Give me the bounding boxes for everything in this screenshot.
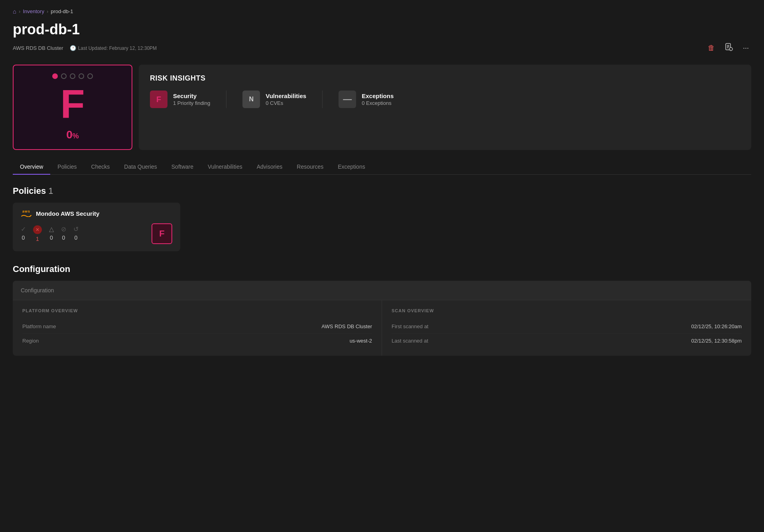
- risk-sub-security: 1 Priority finding: [173, 100, 210, 106]
- fail-count: 1: [36, 236, 39, 242]
- svg-rect-3: [727, 47, 729, 48]
- policies-section-title: Policies 1: [13, 186, 751, 196]
- svg-rect-2: [727, 46, 729, 47]
- pass-icon: ✓: [21, 225, 26, 233]
- policy-header: aws Mondoo AWS Security: [21, 210, 172, 217]
- last-updated-text: Last Updated: February 12, 12:30PM: [78, 45, 157, 51]
- policy-card: aws Mondoo AWS Security ✓ 0 ✕ 1: [13, 203, 180, 251]
- scan-overview-title: SCAN OVERVIEW: [392, 308, 742, 313]
- tabs: Overview Policies Checks Data Queries So…: [13, 160, 751, 175]
- config-card-header: Configuration: [13, 281, 751, 300]
- config-row-first-scan: First scanned at 02/12/25, 10:26:20am: [392, 319, 742, 334]
- dot-1: [52, 73, 58, 79]
- svg-rect-1: [727, 45, 729, 46]
- stat-skip: ⊘ 0: [61, 225, 66, 242]
- score-dots: [52, 73, 93, 79]
- stat-fail: ✕ 1: [33, 225, 42, 242]
- tab-exceptions[interactable]: Exceptions: [331, 160, 372, 175]
- meta-actions: 🗑 ↑ ···: [705, 41, 751, 55]
- risk-sub-exceptions: 0 Exceptions: [362, 100, 394, 106]
- risk-badge-vulnerabilities: N: [242, 91, 260, 108]
- home-icon[interactable]: ⌂: [13, 8, 16, 15]
- policy-grade: F: [152, 223, 172, 244]
- first-scanned-key: First scanned at: [392, 323, 429, 329]
- stat-warn: △ 0: [49, 225, 54, 242]
- aws-logo: aws: [21, 210, 32, 217]
- page-title: prod-db-1: [13, 21, 751, 38]
- fail-icon: ✕: [33, 225, 42, 234]
- score-percent: 0%: [66, 128, 79, 141]
- risk-divider-2: [322, 91, 323, 108]
- config-row-region: Region us-west-2: [22, 334, 372, 348]
- last-updated: 🕐 Last Updated: February 12, 12:30PM: [70, 45, 157, 51]
- stat-pass: ✓ 0: [21, 225, 26, 242]
- scan-overview-col: SCAN OVERVIEW First scanned at 02/12/25,…: [382, 300, 751, 356]
- platform-overview-col: PLATFORM OVERVIEW Platform name AWS RDS …: [13, 300, 382, 356]
- dot-5: [87, 73, 93, 79]
- warn-count: 0: [50, 234, 53, 241]
- report-button[interactable]: ↑: [722, 41, 736, 55]
- risk-label-security: Security: [173, 93, 210, 99]
- risk-label-vulnerabilities: Vulnerabilities: [266, 93, 306, 99]
- svg-text:↑: ↑: [730, 48, 731, 51]
- policy-name: Mondoo AWS Security: [36, 210, 99, 217]
- delete-button[interactable]: 🗑: [705, 42, 717, 54]
- risk-info-vulnerabilities: Vulnerabilities 0 CVEs: [266, 93, 306, 106]
- config-row-platform-name: Platform name AWS RDS DB Cluster: [22, 319, 372, 334]
- tab-overview[interactable]: Overview: [13, 160, 50, 175]
- asset-type: AWS RDS DB Cluster: [13, 45, 63, 51]
- configuration-section-title: Configuration: [13, 264, 751, 274]
- breadcrumb-current: prod-db-1: [51, 8, 73, 14]
- score-card: F 0%: [13, 65, 132, 150]
- configuration-section: Configuration Configuration PLATFORM OVE…: [13, 264, 751, 356]
- tab-data-queries[interactable]: Data Queries: [117, 160, 164, 175]
- risk-info-exceptions: Exceptions 0 Exceptions: [362, 93, 394, 106]
- policy-stats: ✓ 0 ✕ 1 △ 0 ⊘ 0: [21, 225, 79, 242]
- more-button[interactable]: ···: [740, 42, 751, 54]
- platform-overview-title: PLATFORM OVERVIEW: [22, 308, 372, 313]
- risk-item-vulnerabilities: N Vulnerabilities 0 CVEs: [242, 91, 306, 108]
- config-grid: PLATFORM OVERVIEW Platform name AWS RDS …: [13, 300, 751, 356]
- score-letter: F: [60, 84, 85, 124]
- breadcrumb-inventory-link[interactable]: Inventory: [23, 8, 44, 14]
- tab-checks[interactable]: Checks: [84, 160, 117, 175]
- last-scanned-val: 02/12/25, 12:30:58pm: [691, 338, 742, 344]
- timer-icon: ↺: [73, 225, 79, 233]
- skip-icon: ⊘: [61, 225, 66, 233]
- risk-divider-1: [226, 91, 226, 108]
- tab-vulnerabilities[interactable]: Vulnerabilities: [201, 160, 250, 175]
- risk-label-exceptions: Exceptions: [362, 93, 394, 99]
- risk-card: RISK INSIGHTS F Security 1 Priority find…: [139, 65, 751, 150]
- risk-item-security: F Security 1 Priority finding: [150, 91, 210, 108]
- dot-4: [79, 73, 84, 79]
- configuration-card: Configuration PLATFORM OVERVIEW Platform…: [13, 281, 751, 356]
- risk-insights-title: RISK INSIGHTS: [150, 74, 740, 83]
- tab-policies[interactable]: Policies: [50, 160, 84, 175]
- aws-text: aws: [22, 210, 30, 213]
- breadcrumb: ⌂ › Inventory › prod-db-1: [13, 8, 751, 15]
- tab-software[interactable]: Software: [164, 160, 201, 175]
- region-val: us-west-2: [350, 338, 372, 344]
- skip-count: 0: [62, 234, 65, 241]
- region-key: Region: [22, 338, 39, 344]
- risk-sub-vulnerabilities: 0 CVEs: [266, 100, 306, 106]
- first-scanned-val: 02/12/25, 10:26:20am: [691, 323, 742, 329]
- risk-items: F Security 1 Priority finding N Vulnerab…: [150, 91, 740, 108]
- risk-item-exceptions: — Exceptions 0 Exceptions: [339, 91, 394, 108]
- risk-badge-exceptions: —: [339, 91, 356, 108]
- risk-badge-security: F: [150, 91, 167, 108]
- policy-checks: ✓ 0 ✕ 1 △ 0 ⊘ 0: [21, 223, 172, 244]
- page-meta: AWS RDS DB Cluster 🕐 Last Updated: Febru…: [13, 41, 751, 55]
- timer-count: 0: [75, 234, 78, 241]
- tab-resources[interactable]: Resources: [289, 160, 331, 175]
- clock-icon: 🕐: [70, 45, 76, 51]
- risk-info-security: Security 1 Priority finding: [173, 93, 210, 106]
- dot-3: [70, 73, 75, 79]
- stat-timer: ↺ 0: [73, 225, 79, 242]
- last-scanned-key: Last scanned at: [392, 338, 428, 344]
- config-row-last-scan: Last scanned at 02/12/25, 12:30:58pm: [392, 334, 742, 348]
- top-section: F 0% RISK INSIGHTS F Security 1 Priority…: [13, 65, 751, 150]
- dot-2: [61, 73, 67, 79]
- breadcrumb-sep-2: ›: [47, 8, 48, 14]
- tab-advisories[interactable]: Advisories: [250, 160, 290, 175]
